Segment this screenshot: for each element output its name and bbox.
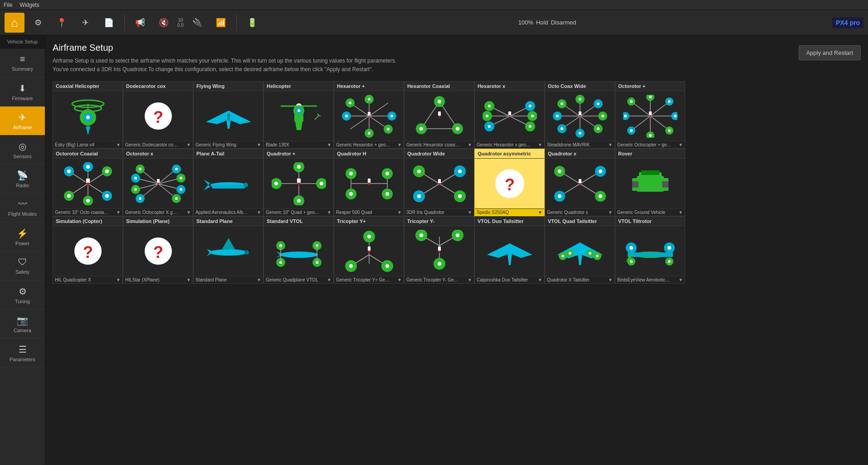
send-button[interactable]: ✈ (75, 13, 95, 33)
svg-point-7 (86, 116, 90, 119)
card-hex-coax[interactable]: Hexarotor Coaxial Generic Hexarotor c (404, 81, 474, 149)
card-std-plane[interactable]: Standard Plane Standard Plane ▼ (193, 216, 263, 284)
waypoint-button[interactable]: 📍 (52, 13, 72, 33)
svg-point-267 (596, 255, 599, 257)
alert-button[interactable]: 📢 (130, 13, 150, 33)
usb-button[interactable]: 🔌 (187, 13, 207, 33)
sidebar-item-summary[interactable]: ≡ Summary (0, 48, 45, 78)
svg-text:?: ? (153, 243, 163, 262)
card-footer-dodeca: Generic Dodecarotor cox geometry ▼ (123, 141, 193, 148)
card-img-quad-h (334, 159, 404, 208)
card-dodeca[interactable]: Dodecarotor cox ? Generic Dodecarotor co… (123, 81, 193, 149)
settings-button[interactable]: ⚙ (28, 13, 48, 33)
card-octo-x[interactable]: Octorotor x (123, 149, 193, 216)
card-octo-coax-wide[interactable]: Octo Coax Wide (545, 81, 615, 149)
sidebar-label-camera: Camera (14, 328, 31, 333)
card-img-std-plane (194, 226, 263, 276)
svg-point-49 (456, 127, 459, 131)
card-header-hex-coax: Hexarotor Coaxial (405, 82, 474, 91)
card-label-std-vtol: Generic Quadplane VTOL (266, 277, 318, 282)
svg-point-177 (349, 192, 353, 196)
card-img-albatross (194, 159, 263, 208)
svg-rect-40 (368, 112, 371, 116)
svg-marker-154 (204, 179, 210, 185)
svg-point-145 (139, 197, 141, 200)
home-button[interactable]: ⌂ (5, 13, 24, 33)
card-helicopter[interactable]: Helicopter Blade 130X (263, 81, 334, 149)
sidebar-item-sensors[interactable]: ◎ Sensors (0, 136, 45, 165)
card-octo-plus[interactable]: Octorotor + (615, 81, 685, 149)
card-vtol-tilt[interactable]: VTOL Tiltrotor (615, 216, 685, 284)
card-albatross[interactable]: Plane A-Tail Applied Aer (193, 149, 263, 216)
sidebar-item-firmware[interactable]: ⬇ Firmware (0, 78, 45, 107)
battery-button[interactable]: 🔋 (242, 13, 262, 33)
signal-button[interactable]: 📶 (211, 13, 231, 33)
sidebar-item-parameters[interactable]: ☰ Parameters (0, 339, 45, 368)
card-img-dodeca: ? (123, 91, 193, 141)
svg-text:?: ? (83, 243, 93, 262)
card-header-dodeca: Dodecarotor cox (123, 82, 193, 91)
card-header-hex-plus: Hexarotor + (334, 82, 404, 91)
card-hex-x[interactable]: Hexarotor x (474, 81, 545, 149)
svg-rect-214 (662, 181, 668, 188)
card-quad-h[interactable]: Quadrotor H Reaper 500 Q (334, 149, 404, 216)
svg-point-28 (368, 98, 371, 101)
svg-point-147 (134, 188, 137, 191)
svg-line-21 (315, 115, 319, 120)
card-quad-x[interactable]: Quadrotor x Generic Quadrotor x (545, 149, 615, 216)
status-area: 100% Hold Disarmed (518, 19, 576, 26)
card-img-hex-x (475, 91, 544, 141)
svg-rect-193 (438, 179, 441, 183)
card-flying-wing[interactable]: Flying Wing Generic Flying Wing ▼ (193, 81, 263, 149)
card-label-sim-plane: HILStar (XPlane) (125, 277, 160, 282)
sidebar-item-flightmodes[interactable]: 〰 Flight Modes (0, 194, 45, 223)
card-label-quad-wide: 3DR Iris Quadrotor (406, 210, 444, 215)
sidebar-item-tuning[interactable]: ⚙ Tuning (0, 281, 45, 310)
svg-rect-51 (438, 111, 441, 116)
card-vtol-quad[interactable]: VTOL Quad Tailsitter Quadrotor X Tailsit… (545, 216, 615, 284)
card-sim-copter[interactable]: Simulation (Copter) ? HIL Quadcopter X ▼ (53, 216, 123, 284)
log-button[interactable]: 📄 (99, 13, 119, 33)
card-quad-asymmetric[interactable]: Quadrotor asymmetric ? Spedix S250AQ ▼ (474, 149, 545, 216)
svg-point-143 (175, 197, 178, 200)
svg-point-56 (488, 105, 491, 107)
card-header-octo-plus: Octorotor + (615, 82, 685, 91)
card-sim-plane[interactable]: Simulation (Plane) ? HILStar (XPlane) ▼ (123, 216, 193, 284)
separator1 (124, 15, 125, 31)
sidebar-item-power[interactable]: ⚡ Power (0, 223, 45, 252)
card-coaxial-heli[interactable]: Coaxial Helicopter Esky (Big) Lama v4 ▼ (53, 81, 123, 149)
svg-point-242 (367, 235, 371, 238)
sidebar-item-radio[interactable]: 📡 Radio (0, 165, 45, 194)
card-img-vtol-quad (545, 226, 614, 276)
card-img-octo-coax2 (53, 159, 122, 208)
card-footer-hex-coax: Generic Hexarotor coaxial geometry ▼ (405, 141, 474, 148)
card-vtol-duo[interactable]: VTOL Duo Tailsitter Caipiroshka Duo Tail… (474, 216, 545, 284)
sidebar-label-airframe: Airframe (13, 125, 32, 130)
card-label-hex-plus: Generic Hexarotor + geometry (336, 142, 390, 147)
card-header-octo-coax-wide: Octo Coax Wide (545, 82, 614, 91)
card-hex-plus[interactable]: Hexarotor + (334, 81, 404, 149)
card-label-vtol-quad: Quadrotor X Tailsitter (547, 277, 590, 282)
card-quad-wide[interactable]: Quadrotor Wide 3DR Iris Quadrotor (404, 149, 474, 216)
svg-point-253 (438, 262, 441, 266)
svg-point-160 (297, 165, 301, 169)
svg-rect-207 (579, 179, 581, 183)
card-tri-y-minus[interactable]: Tricopter Y- Generic Tricopter Y- Geo (404, 216, 474, 284)
px4-logo: PX4 pro (832, 17, 863, 28)
sidebar-item-safety[interactable]: 🛡 Safety (0, 252, 45, 281)
svg-point-166 (320, 182, 323, 185)
card-label-quad-x: Generic Quadrotor x (547, 210, 588, 215)
card-quad-plus[interactable]: Quadrotor + Generic 10" Quad + geomet (263, 149, 334, 216)
card-std-vtol[interactable]: Standard VTOL (263, 216, 334, 284)
apply-restart-button[interactable]: Apply and Restart (799, 45, 861, 60)
card-rover[interactable]: Rover Generic Ground Veh (615, 149, 685, 216)
sidebar-label-safety: Safety (15, 269, 29, 275)
sidebar-item-camera[interactable]: 📷 Camera (0, 310, 45, 339)
card-tri-y-plus[interactable]: Tricopter Y+ Generic Tricopter Y+ Geo (334, 216, 404, 284)
card-label-hex-x: Generic Hexarotor x geometry (477, 142, 531, 147)
mute-button[interactable]: 🔇 (154, 13, 174, 33)
sidebar-item-airframe[interactable]: ✈ Airframe (0, 107, 45, 136)
card-octo-coax2[interactable]: Octorotor Coaxial (53, 149, 123, 216)
svg-marker-153 (210, 185, 247, 189)
svg-point-78 (579, 98, 581, 101)
